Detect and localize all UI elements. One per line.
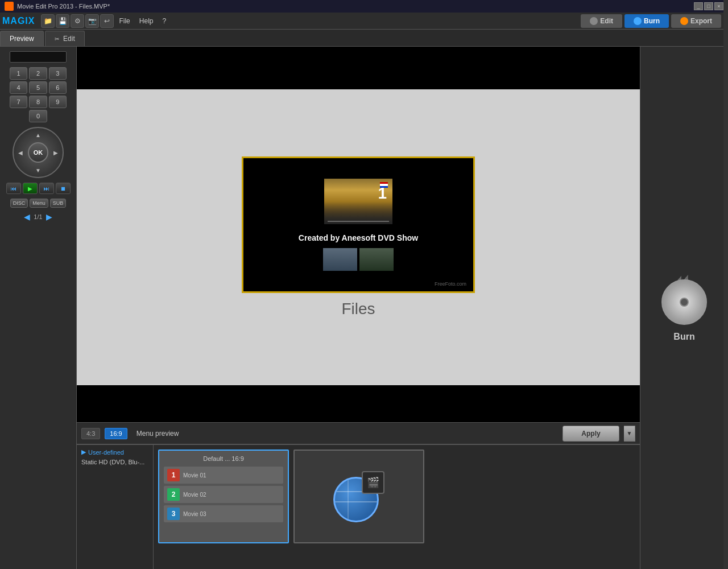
sub-button[interactable]: SUB — [50, 199, 67, 208]
movie02-label: Movie 02 — [183, 492, 206, 498]
numpad: 1 2 3 4 5 6 7 8 9 0 — [10, 67, 67, 122]
nav-right-button[interactable]: ▶ — [50, 147, 61, 158]
numpad-9[interactable]: 9 — [49, 96, 67, 108]
thumb1-row-3: 3 Movie 03 — [164, 505, 283, 522]
page-prev-button[interactable]: ◀ — [24, 212, 30, 221]
menu-button[interactable]: Menu — [30, 199, 48, 208]
page-indicator: 1/1 — [34, 213, 42, 220]
center-area: 1 Created by Aneesoft DVD Show FreeFoto.… — [77, 47, 640, 569]
movie01-label: Movie 01 — [183, 472, 206, 479]
movie01-icon: 1 — [167, 469, 180, 481]
numpad-0[interactable]: 0 — [29, 110, 47, 122]
nav-outer: ▲ ▼ ◀ ▶ OK — [13, 127, 64, 178]
help-menu[interactable]: Help — [135, 15, 158, 27]
tab-preview[interactable]: Preview — [0, 31, 44, 46]
close-button[interactable]: × — [714, 2, 723, 10]
numpad-5[interactable]: 5 — [29, 81, 47, 94]
burn-mode-dot — [634, 17, 642, 25]
numpad-8[interactable]: 8 — [29, 96, 47, 108]
stop-button[interactable]: ⏹ — [56, 183, 71, 194]
numpad-6[interactable]: 6 — [49, 81, 67, 94]
nav-ok-button[interactable]: OK — [28, 142, 48, 163]
dvd-small-thumb-2 — [359, 248, 394, 271]
burn-label: Burn — [673, 332, 694, 342]
capture-icon[interactable]: 📷 — [85, 14, 99, 28]
tab-preview-label: Preview — [10, 35, 34, 43]
edit-mode-button[interactable]: Edit — [581, 14, 622, 28]
disc-icon — [661, 279, 707, 325]
remote-control-panel: 1 2 3 4 5 6 7 8 9 0 ▲ ▼ ◀ ▶ OK ⏮ ▶ ⏭ ⏹ — [0, 47, 77, 569]
menubar: MAGIX 📁 💾 ⚙ 📷 ↩ File Help ? Edit Burn Ex… — [0, 13, 728, 30]
expand-icon: ▶ — [81, 448, 86, 456]
template-list: ▶ User-defined Static HD (DVD, Blu-... — [77, 445, 154, 569]
list-item-static-hd[interactable]: Static HD (DVD, Blu-... — [79, 457, 151, 467]
titlebar: Movie Edit Pro 2013 - Files.MVP* _ □ × — [0, 0, 728, 13]
user-defined-header: ▶ User-defined — [79, 447, 151, 457]
export-mode-button[interactable]: Export — [671, 14, 721, 28]
ratio-43-button[interactable]: 4:3 — [81, 428, 100, 439]
bottom-toolbar: 4:3 16:9 Menu preview Apply ▼ — [77, 422, 640, 444]
apply-dropdown-button[interactable]: ▼ — [624, 426, 635, 442]
save-icon[interactable]: 💾 — [56, 14, 69, 28]
burn-mode-button[interactable]: Burn — [624, 14, 669, 28]
undo-icon[interactable]: ↩ — [100, 14, 114, 28]
main-container: 1 2 3 4 5 6 7 8 9 0 ▲ ▼ ◀ ▶ OK ⏮ ▶ ⏭ ⏹ — [0, 47, 728, 569]
template-thumb-2[interactable]: 🎬 — [293, 450, 424, 543]
preview-files-label: Files — [341, 300, 375, 318]
titlebar-title: Movie Edit Pro 2013 - Files.MVP* — [17, 3, 110, 10]
watermark: FreeFoto.com — [435, 281, 466, 287]
skip-back-button[interactable]: ⏮ — [6, 183, 21, 194]
apply-button[interactable]: Apply — [562, 426, 619, 442]
numpad-3[interactable]: 3 — [49, 67, 67, 80]
thumb1-content: Default ... 16:9 1 Movie 01 2 Movie 02 3… — [159, 451, 288, 542]
nav-up-button[interactable]: ▲ — [32, 129, 44, 141]
skip-forward-button[interactable]: ⏭ — [39, 183, 54, 194]
menu-preview-label: Menu preview — [136, 430, 179, 438]
render-icon[interactable]: ⚙ — [71, 14, 84, 28]
thumbnail-area: Default ... 16:9 1 Movie 01 2 Movie 02 3… — [154, 445, 640, 569]
tab-edit-label: Edit — [63, 35, 75, 43]
nav-circle: ▲ ▼ ◀ ▶ OK — [13, 127, 64, 178]
page-next-button[interactable]: ▶ — [46, 212, 52, 221]
maximize-button[interactable]: □ — [704, 2, 713, 10]
nav-left-button[interactable]: ◀ — [15, 147, 26, 158]
film-icon: 🎬 — [362, 471, 384, 494]
preview-content: 1 Created by Aneesoft DVD Show FreeFoto.… — [77, 89, 640, 385]
thumb2-content: 🎬 — [295, 451, 423, 542]
open-folder-icon[interactable]: 📁 — [41, 14, 55, 28]
dvd-title-text: Created by Aneesoft DVD Show — [299, 233, 418, 242]
preview-black-top — [77, 47, 640, 89]
info-menu[interactable]: ? — [158, 15, 171, 27]
titlebar-controls[interactable]: _ □ × — [694, 2, 723, 10]
ratio-169-button[interactable]: 16:9 — [105, 428, 127, 439]
minimize-button[interactable]: _ — [694, 2, 703, 10]
bottom-panel: ▶ User-defined Static HD (DVD, Blu-... D… — [77, 444, 640, 569]
tab-edit[interactable]: ✂ Edit — [45, 31, 85, 46]
numpad-4[interactable]: 4 — [10, 81, 27, 94]
burn-mode-label: Burn — [644, 17, 660, 25]
nav-down-button[interactable]: ▼ — [32, 164, 44, 176]
list-header-label: User-defined — [88, 449, 124, 456]
disc-button[interactable]: DISC — [10, 199, 28, 208]
numpad-2[interactable]: 2 — [29, 67, 47, 80]
app-icon — [5, 2, 14, 11]
file-menu[interactable]: File — [114, 15, 134, 27]
thumb1-row-1: 1 Movie 01 — [164, 467, 283, 484]
disc-buttons: DISC Menu SUB — [10, 199, 67, 208]
template-thumb-1[interactable]: Default ... 16:9 1 Movie 01 2 Movie 02 3… — [158, 450, 289, 543]
movie03-icon: 3 — [167, 508, 180, 520]
dvd-chapter-number: 1 — [378, 184, 387, 203]
preview-black-bottom — [77, 385, 640, 422]
dvd-menu-preview: 1 Created by Aneesoft DVD Show FreeFoto.… — [242, 156, 475, 293]
thumb1-row-2: 2 Movie 02 — [164, 486, 283, 503]
edit-tab-icon: ✂ — [55, 36, 59, 42]
play-button[interactable]: ▶ — [23, 183, 38, 194]
dvd-thumbnail: 1 — [324, 179, 392, 224]
numpad-1[interactable]: 1 — [10, 67, 27, 80]
edit-mode-dot — [590, 17, 598, 25]
magix-logo: MAGIX — [2, 16, 35, 26]
globe-film-icon: 🎬 — [333, 471, 384, 522]
transport-controls: ⏮ ▶ ⏭ ⏹ — [6, 183, 71, 194]
page-nav: ◀ 1/1 ▶ — [24, 212, 52, 221]
numpad-7[interactable]: 7 — [10, 96, 27, 108]
